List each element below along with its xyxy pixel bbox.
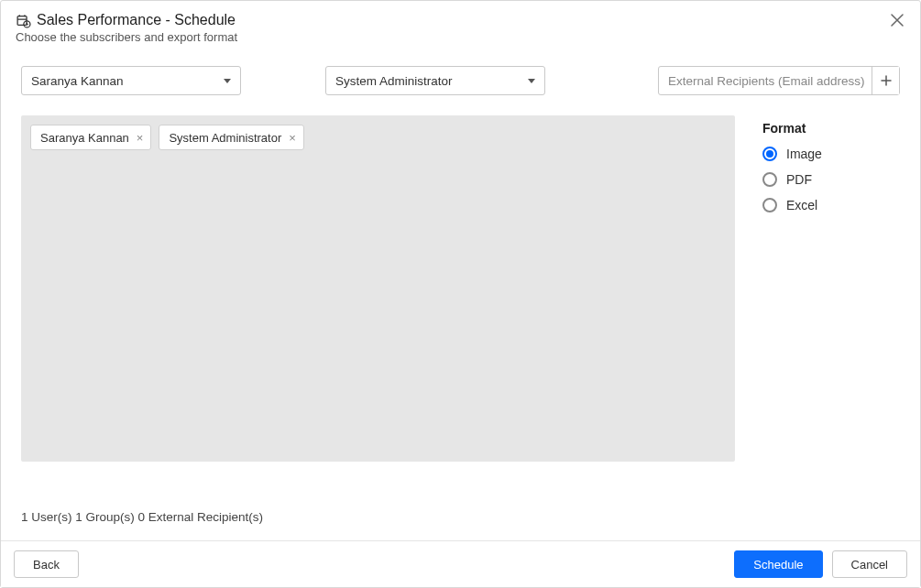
chip-label: Saranya Kannan xyxy=(40,131,129,145)
external-recipients-field xyxy=(658,66,900,95)
user-dropdown[interactable]: Saranya Kannan xyxy=(21,66,241,95)
radio-icon xyxy=(762,198,777,212)
selected-recipients-panel: Saranya Kannan × System Administrator × xyxy=(21,115,735,462)
format-panel: Format Image PDF Excel xyxy=(762,115,900,494)
user-dropdown-value: Saranya Kannan xyxy=(31,74,124,88)
content-row: Saranya Kannan × System Administrator × … xyxy=(1,95,920,494)
add-external-button[interactable] xyxy=(872,67,899,94)
back-button[interactable]: Back xyxy=(14,550,79,578)
format-title: Format xyxy=(762,121,900,136)
group-dropdown[interactable]: System Administrator xyxy=(325,66,545,95)
svg-rect-0 xyxy=(17,16,27,25)
close-icon xyxy=(891,14,904,27)
chip-remove-button[interactable]: × xyxy=(135,132,146,144)
dialog-subtitle: Choose the subscribers and export format xyxy=(16,30,905,44)
schedule-button[interactable]: Schedule xyxy=(734,550,822,578)
format-option-image[interactable]: Image xyxy=(762,147,900,161)
radio-label: Image xyxy=(786,147,822,161)
format-option-excel[interactable]: Excel xyxy=(762,198,900,212)
recipients-summary: 1 User(s) 1 Group(s) 0 External Recipien… xyxy=(1,494,920,540)
calendar-schedule-icon xyxy=(16,13,31,28)
radio-icon xyxy=(762,147,777,161)
recipient-chip: Saranya Kannan × xyxy=(30,125,151,150)
radio-icon xyxy=(762,172,777,187)
cancel-button[interactable]: Cancel xyxy=(832,550,907,578)
dialog-footer: Back Schedule Cancel xyxy=(1,540,920,587)
external-recipients-input[interactable] xyxy=(668,74,872,88)
radio-label: Excel xyxy=(786,198,817,212)
chevron-down-icon xyxy=(528,79,535,83)
dialog-title: Sales Performance - Schedule xyxy=(37,12,236,28)
chip-label: System Administrator xyxy=(169,131,281,145)
chevron-down-icon xyxy=(224,79,231,83)
format-option-pdf[interactable]: PDF xyxy=(762,172,900,187)
recipient-chip: System Administrator × xyxy=(159,125,303,150)
dialog-header: Sales Performance - Schedule Choose the … xyxy=(1,1,920,49)
close-button[interactable] xyxy=(887,10,907,33)
schedule-dialog: Sales Performance - Schedule Choose the … xyxy=(0,0,921,588)
selectors-row: Saranya Kannan System Administrator xyxy=(1,49,920,95)
group-dropdown-value: System Administrator xyxy=(335,74,453,88)
chip-remove-button[interactable]: × xyxy=(287,132,298,144)
plus-icon xyxy=(881,75,892,86)
radio-label: PDF xyxy=(786,172,812,187)
